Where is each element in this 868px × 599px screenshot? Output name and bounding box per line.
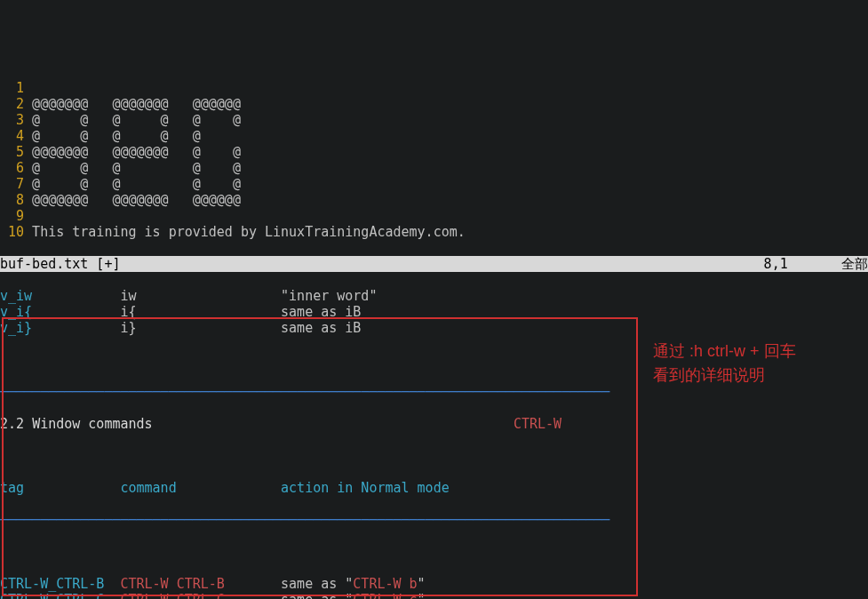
code-line[interactable]: 10 This training is provided by LinuxTra… <box>0 224 868 240</box>
line-text: @ @ @ @ @ <box>32 128 201 144</box>
line-number: 6 <box>0 160 24 176</box>
line-number: 8 <box>0 192 24 208</box>
help-row: v_i}i}same as iB <box>0 320 868 336</box>
line-number: 7 <box>0 176 24 192</box>
status-bar-1: buf-bed.txt [+]8,1全部 <box>0 256 868 272</box>
header-underline: ────────────────────────────────────────… <box>0 512 868 528</box>
cmd-key: CTRL-W CTRL-B <box>120 576 281 592</box>
line-number: 10 <box>0 224 24 240</box>
cmd-action: same as "CTRL-W b" <box>281 576 426 592</box>
line-text: @ @ @ @ @ <box>32 176 241 192</box>
col-headers: tagcommandaction in Normal mode <box>0 480 868 496</box>
line-number: 4 <box>0 128 24 144</box>
buffer-top[interactable]: 1 2 @@@@@@@ @@@@@@@ @@@@@@3 @ @ @ @ @ @4… <box>0 80 868 240</box>
help-row: v_i{i{same as iB <box>0 304 868 320</box>
line-text: @@@@@@@ @@@@@@@ @ @ <box>32 144 241 160</box>
status-filename: buf-bed.txt [+] <box>0 256 764 272</box>
status-percent: 全部 <box>788 256 868 272</box>
code-line[interactable]: 1 <box>0 80 868 96</box>
line-number: 2 <box>0 96 24 112</box>
code-line[interactable]: 9 <box>0 208 868 224</box>
cmd-tag: CTRL-W_CTRL-B <box>0 576 120 592</box>
code-line[interactable]: 3 @ @ @ @ @ @ <box>0 112 868 128</box>
cmd-tag: CTRL-W_CTRL-C <box>0 592 120 599</box>
section-header: 2.2 Window commandsCTRL-W <box>0 416 868 432</box>
code-line[interactable]: 6 @ @ @ @ @ <box>0 160 868 176</box>
code-line[interactable]: 5 @@@@@@@ @@@@@@@ @ @ <box>0 144 868 160</box>
line-number: 3 <box>0 112 24 128</box>
section-key: CTRL-W <box>514 416 561 432</box>
editor-viewport[interactable]: 1 2 @@@@@@@ @@@@@@@ @@@@@@3 @ @ @ @ @ @4… <box>0 64 868 599</box>
line-text: @ @ @ @ @ <box>32 160 241 176</box>
cmd-key: CTRL-W CTRL-C <box>120 592 281 599</box>
code-line[interactable]: 7 @ @ @ @ @ <box>0 176 868 192</box>
command-row: CTRL-W_CTRL-BCTRL-W CTRL-Bsame as "CTRL-… <box>0 576 868 592</box>
line-text: @@@@@@@ @@@@@@@ @@@@@@ <box>32 96 241 112</box>
line-number: 5 <box>0 144 24 160</box>
code-line[interactable]: 8 @@@@@@@ @@@@@@@ @@@@@@ <box>0 192 868 208</box>
cmd-action: same as "CTRL-W c" <box>281 592 426 599</box>
help-textobj[interactable]: v_iwiw"inner word"v_i{i{same as iBv_i}i}… <box>0 288 868 336</box>
code-line[interactable]: 2 @@@@@@@ @@@@@@@ @@@@@@ <box>0 96 868 112</box>
command-row: CTRL-W_CTRL-CCTRL-W CTRL-Csame as "CTRL-… <box>0 592 868 599</box>
code-line[interactable]: 4 @ @ @ @ @ <box>0 128 868 144</box>
command-table[interactable]: CTRL-W_CTRL-BCTRL-W CTRL-Bsame as "CTRL-… <box>0 576 868 599</box>
line-number: 1 <box>0 80 24 96</box>
line-text: This training is provided by LinuxTraini… <box>32 224 466 240</box>
annotation-text: 通过 :h ctrl-w + 回车看到的详细说明 <box>653 339 796 387</box>
line-text: @@@@@@@ @@@@@@@ @@@@@@ <box>32 192 241 208</box>
status-pos: 8,1 <box>764 256 788 272</box>
help-row: v_iwiw"inner word" <box>0 288 868 304</box>
line-text: @ @ @ @ @ @ <box>32 112 241 128</box>
line-number: 9 <box>0 208 24 224</box>
